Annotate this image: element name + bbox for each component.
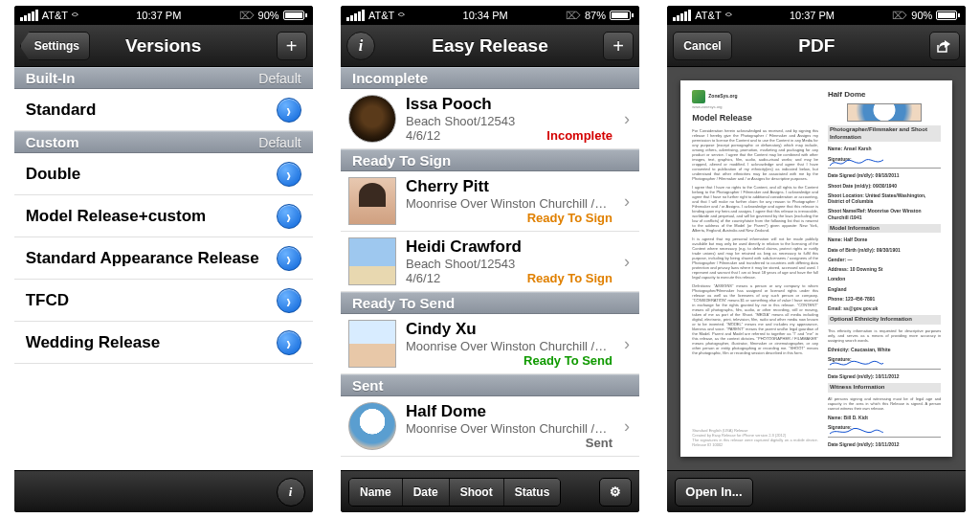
wifi-icon: ⌔ bbox=[725, 10, 732, 21]
thumbnail bbox=[348, 320, 396, 368]
signal-icon bbox=[20, 10, 38, 21]
release-row[interactable]: Heidi Crawford Beach Shoot/12543 4/6/12 … bbox=[341, 232, 639, 292]
release-status: Ready To Send bbox=[523, 353, 612, 368]
screen-pdf: AT&T ⌔ 10:37 PM ⌦ 90% Cancel PDF ZoneSys… bbox=[667, 6, 966, 512]
detail-accessory-icon[interactable] bbox=[277, 330, 301, 355]
default-label: Default bbox=[258, 71, 301, 86]
release-status: Sent bbox=[586, 436, 612, 450]
versions-list: Built-In Default Standard Custom Default… bbox=[14, 67, 313, 470]
add-button[interactable]: + bbox=[277, 32, 307, 60]
screen-releases: AT&T ⌔ 10:34 PM ⌦ 87% i Easy Release + I… bbox=[341, 6, 639, 512]
release-status: Ready To Sign bbox=[527, 211, 612, 225]
battery-icon bbox=[283, 11, 307, 20]
bluetooth-icon: ⌦ bbox=[892, 10, 907, 22]
version-row[interactable]: TFCD bbox=[14, 280, 313, 322]
version-row[interactable]: Model Release+custom bbox=[14, 195, 313, 237]
release-date: 4/6/12 bbox=[406, 271, 440, 285]
version-row-standard[interactable]: Standard bbox=[14, 89, 313, 131]
release-name: Issa Pooch bbox=[406, 95, 612, 114]
detail-accessory-icon[interactable] bbox=[277, 162, 301, 187]
detail-accessory-icon[interactable] bbox=[277, 204, 301, 229]
chevron-icon: › bbox=[622, 334, 632, 354]
clock: 10:37 PM bbox=[790, 10, 835, 21]
release-row[interactable]: Cherry Pitt Moonrise Over Winston Church… bbox=[341, 171, 639, 232]
signature-witness bbox=[828, 434, 941, 438]
release-status: Incomplete bbox=[546, 128, 612, 143]
footer: Standard English (USA) Release Created b… bbox=[692, 428, 818, 447]
release-sub: Beach Shoot/12543 bbox=[406, 114, 612, 128]
pdf-page: ZoneSys.orgwww.zonesys.org Model Release… bbox=[680, 80, 952, 457]
release-sub: Moonrise Over Winston Churchill /1941… bbox=[406, 196, 612, 211]
seg-name[interactable]: Name bbox=[349, 479, 403, 506]
release-sub: Beach Shoot/12543 bbox=[406, 257, 612, 271]
org-logo bbox=[692, 90, 705, 103]
seg-status[interactable]: Status bbox=[504, 479, 561, 506]
signal-icon bbox=[346, 10, 365, 21]
battery-icon bbox=[936, 11, 960, 20]
signature-photographer bbox=[828, 166, 941, 169]
detail-accessory-icon[interactable] bbox=[277, 288, 301, 313]
chevron-icon: › bbox=[622, 252, 632, 272]
bluetooth-icon: ⌦ bbox=[566, 10, 581, 22]
battery-pct: 87% bbox=[585, 10, 606, 21]
version-row[interactable]: Double bbox=[14, 153, 313, 195]
thumbnail bbox=[348, 237, 396, 285]
open-in-button[interactable]: Open In... bbox=[675, 478, 752, 507]
subject-photo bbox=[847, 103, 922, 122]
seg-date[interactable]: Date bbox=[403, 479, 450, 506]
release-row[interactable]: Issa Pooch Beach Shoot/12543 4/6/12 Inco… bbox=[341, 89, 639, 149]
signal-icon bbox=[673, 10, 691, 21]
section-header-custom: Custom Default bbox=[14, 131, 313, 153]
release-row[interactable]: Cindy Xu Moonrise Over Winston Churchill… bbox=[341, 314, 639, 374]
battery-pct: 90% bbox=[911, 10, 932, 21]
nav-bar: Cancel PDF bbox=[667, 25, 966, 67]
settings-button[interactable]: ⚙ bbox=[599, 478, 632, 507]
release-name: Cindy Xu bbox=[406, 320, 612, 339]
share-button[interactable] bbox=[929, 32, 960, 60]
toolbar: Open In... bbox=[667, 470, 966, 512]
pdf-viewer[interactable]: ZoneSys.orgwww.zonesys.org Model Release… bbox=[667, 67, 966, 470]
bluetooth-icon: ⌦ bbox=[239, 10, 255, 22]
chevron-icon: › bbox=[622, 417, 632, 437]
version-row[interactable]: Standard Appearance Release bbox=[14, 237, 313, 280]
chevron-icon: › bbox=[622, 191, 632, 212]
body-para: I agree that I have no rights to the Con… bbox=[692, 185, 818, 233]
group-header-ready-to-sign: Ready To Sign bbox=[341, 149, 639, 171]
carrier-label: AT&T bbox=[368, 10, 394, 21]
toolbar: Name Date Shoot Status ⚙ bbox=[341, 470, 639, 512]
releases-list[interactable]: Incomplete Issa Pooch Beach Shoot/12543 … bbox=[341, 67, 639, 470]
status-bar: AT&T ⌔ 10:34 PM ⌦ 87% bbox=[341, 6, 639, 25]
toolbar: i bbox=[14, 470, 313, 512]
gear-icon: ⚙ bbox=[610, 484, 621, 499]
release-name: Half Dome bbox=[406, 402, 612, 421]
page-title: Versions bbox=[125, 35, 201, 56]
detail-accessory-icon[interactable] bbox=[277, 98, 301, 123]
nav-bar: Settings Versions + bbox=[14, 25, 313, 67]
info-button[interactable]: i bbox=[277, 478, 305, 507]
body-para: It is agreed that my personal informatio… bbox=[692, 236, 818, 280]
release-row[interactable]: Half Dome Moonrise Over Winston Churchil… bbox=[341, 396, 639, 457]
clock: 10:37 PM bbox=[136, 10, 181, 21]
section-header-builtin: Built-In Default bbox=[14, 67, 313, 89]
group-header-ready-to-send: Ready To Send bbox=[341, 292, 639, 314]
share-icon bbox=[936, 38, 953, 54]
group-header-sent: Sent bbox=[341, 374, 639, 396]
body-para: For Consideration herein acknowledged as… bbox=[692, 128, 818, 181]
battery-pct: 90% bbox=[258, 10, 279, 21]
detail-accessory-icon[interactable] bbox=[277, 246, 301, 271]
sort-segment[interactable]: Name Date Shoot Status bbox=[348, 478, 561, 507]
page-title: PDF bbox=[798, 35, 835, 56]
seg-shoot[interactable]: Shoot bbox=[450, 479, 504, 506]
default-label: Default bbox=[258, 135, 301, 150]
info-button[interactable]: i bbox=[346, 32, 375, 60]
wifi-icon: ⌔ bbox=[398, 10, 405, 21]
page-title: Easy Release bbox=[432, 35, 548, 56]
thumbnail bbox=[348, 402, 396, 450]
back-button[interactable]: Settings bbox=[20, 32, 90, 60]
add-button[interactable]: + bbox=[603, 32, 634, 60]
version-row[interactable]: Wedding Release bbox=[14, 322, 313, 364]
thumbnail bbox=[348, 95, 396, 143]
cancel-button[interactable]: Cancel bbox=[673, 32, 731, 60]
release-name: Cherry Pitt bbox=[406, 177, 612, 196]
release-sub: Moonrise Over Winston Churchill /1941… bbox=[406, 339, 612, 353]
